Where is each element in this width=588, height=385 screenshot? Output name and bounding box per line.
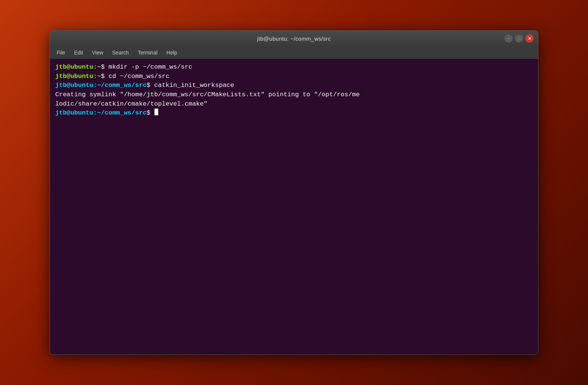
terminal-line-4: Creating symlink "/home/jtb/comm_ws/src/… <box>55 90 533 100</box>
titlebar: jtb@ubuntu: ~/comm_ws/src – □ ✕ <box>50 31 538 46</box>
prompt-path-1: :~ <box>93 63 101 72</box>
output-1: Creating symlink "/home/jtb/comm_ws/src/… <box>55 90 360 100</box>
cmd-1: mkdir -p ~/comm_ws/src <box>109 63 192 72</box>
prompt-dollar-2: $ <box>101 72 108 81</box>
terminal-line-3: jtb@ubuntu:~/comm_ws/src$ catkin_init_wo… <box>55 81 533 90</box>
prompt-dollar-3: $ <box>147 81 154 90</box>
menu-search[interactable]: Search <box>109 48 132 57</box>
window-title: jtb@ubuntu: ~/comm_ws/src <box>257 35 331 42</box>
window-controls: – □ ✕ <box>504 34 534 43</box>
prompt-dollar-4: $ <box>147 109 154 118</box>
prompt-user-2: jtb@ubuntu <box>55 72 93 81</box>
terminal-body[interactable]: jtb@ubuntu:~$ mkdir -p ~/comm_ws/src jtb… <box>50 59 538 354</box>
terminal-line-5: lodic/share/catkin/cmake/toplevel.cmake" <box>55 100 533 109</box>
prompt-user-3: jtb@ubuntu:~/comm_ws/src <box>55 81 147 90</box>
terminal-line-1: jtb@ubuntu:~$ mkdir -p ~/comm_ws/src <box>55 63 533 72</box>
menubar: File Edit View Search Terminal Help <box>50 46 538 59</box>
menu-file[interactable]: File <box>53 48 69 57</box>
close-button[interactable]: ✕ <box>525 34 534 43</box>
prompt-path-2: :~ <box>93 72 101 81</box>
maximize-button[interactable]: □ <box>515 34 523 43</box>
menu-view[interactable]: View <box>88 48 107 57</box>
cmd-2: cd ~/comm_ws/src <box>109 72 169 81</box>
prompt-user-4: jtb@ubuntu:~/comm_ws/src <box>55 109 147 118</box>
prompt-dollar-1: $ <box>101 63 108 72</box>
terminal-line-6: jtb@ubuntu:~/comm_ws/src$ <box>55 109 533 118</box>
terminal-line-2: jtb@ubuntu:~$ cd ~/comm_ws/src <box>55 72 533 81</box>
terminal-window: jtb@ubuntu: ~/comm_ws/src – □ ✕ File Edi… <box>50 30 538 355</box>
prompt-user-1: jtb@ubuntu <box>55 63 93 72</box>
cursor <box>154 109 158 115</box>
menu-terminal[interactable]: Terminal <box>134 48 161 57</box>
menu-help[interactable]: Help <box>163 48 181 57</box>
output-2: lodic/share/catkin/cmake/toplevel.cmake" <box>55 100 207 109</box>
cmd-3: catkin_init_workspace <box>154 81 234 90</box>
minimize-button[interactable]: – <box>504 34 513 43</box>
menu-edit[interactable]: Edit <box>71 48 87 57</box>
